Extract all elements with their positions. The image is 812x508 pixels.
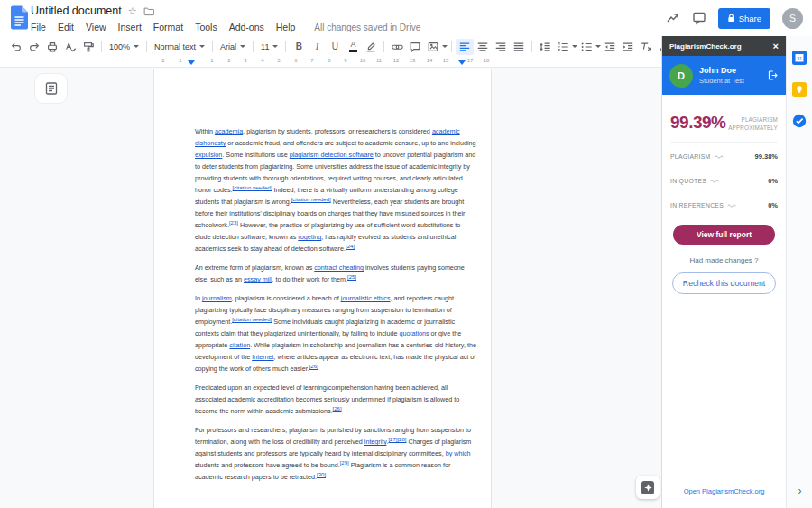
align-center-button[interactable] <box>474 39 492 55</box>
lock-icon <box>727 14 735 23</box>
move-folder-icon[interactable] <box>143 6 154 16</box>
menu-tools[interactable]: Tools <box>195 22 217 32</box>
align-justify-button[interactable] <box>510 39 528 55</box>
document-outline-button[interactable] <box>34 73 68 104</box>
doc-link[interactable]: citation <box>229 341 250 349</box>
doc-link[interactable]: journalistic ethics <box>341 294 391 302</box>
insert-image-button[interactable] <box>424 39 442 55</box>
citation-link[interactable]: [24] <box>346 244 355 249</box>
paragraph[interactable]: Within academia, plagiarism by students,… <box>195 125 476 254</box>
citation-link[interactable]: [23] <box>229 220 238 226</box>
italic-button[interactable]: I <box>308 39 326 55</box>
expand-rail-icon[interactable]: › <box>787 485 812 497</box>
font-size-select[interactable]: 11 <box>257 39 281 55</box>
chevron-down-icon <box>199 45 205 48</box>
document-title[interactable]: Untitled document <box>31 5 122 17</box>
citation-link[interactable]: [29] <box>340 460 349 466</box>
citation-link[interactable]: [30] <box>317 472 326 477</box>
line-spacing-button[interactable] <box>536 39 554 55</box>
document-text[interactable]: Within academia, plagiarism by students,… <box>195 125 476 490</box>
menu-view[interactable]: View <box>86 22 106 32</box>
activity-dashboard-icon[interactable] <box>666 11 680 25</box>
paragraph[interactable]: In journalism, plagiarism is considered … <box>195 292 476 374</box>
toolbar: 100% Normal text Arial 11 B I U A <box>0 36 661 57</box>
tasks-icon[interactable] <box>792 114 807 128</box>
menu-format[interactable]: Format <box>153 22 183 32</box>
share-button[interactable]: Share <box>718 8 770 29</box>
doc-link[interactable]: journalism <box>202 294 232 302</box>
doc-link[interactable]: by which <box>446 449 471 457</box>
bold-button[interactable]: B <box>290 39 308 55</box>
citation-link[interactable]: [26] <box>309 364 318 369</box>
underline-button[interactable]: U <box>326 39 344 55</box>
star-icon[interactable]: ☆ <box>128 6 137 15</box>
numbered-list-button[interactable] <box>554 39 572 55</box>
docs-logo-icon[interactable] <box>10 5 29 30</box>
doc-link[interactable]: quotations <box>399 329 429 337</box>
left-indent-marker[interactable] <box>188 60 195 65</box>
font-select[interactable]: Arial <box>217 39 249 55</box>
paragraph-style-select[interactable]: Normal text <box>151 39 208 55</box>
right-rail: 31 › <box>786 36 812 508</box>
ruler-number: 4 <box>261 58 263 63</box>
chevron-down-icon <box>240 45 245 48</box>
clear-formatting-button[interactable] <box>637 39 655 55</box>
recheck-button[interactable]: Recheck this document <box>672 272 776 294</box>
menu-file[interactable]: File <box>31 22 46 32</box>
increase-indent-button[interactable] <box>619 39 637 55</box>
add-comment-button[interactable] <box>406 39 424 55</box>
close-sidebar-icon[interactable]: × <box>773 42 779 51</box>
menu-add-ons[interactable]: Add-ons <box>229 22 264 32</box>
ruler[interactable]: 211234567891011121314151718 <box>0 57 661 68</box>
align-right-button[interactable] <box>492 39 510 55</box>
view-full-report-button[interactable]: View full report <box>673 225 775 245</box>
account-avatar[interactable]: S <box>782 8 803 29</box>
menu-insert[interactable]: Insert <box>118 22 142 32</box>
redo-button[interactable] <box>25 39 43 55</box>
citation-link[interactable]: [25] <box>347 274 356 280</box>
saved-status[interactable]: All changes saved in Drive <box>314 23 420 32</box>
user-name: John Doe <box>699 66 744 75</box>
citation-link[interactable]: [citation needed] <box>291 197 331 202</box>
citation-link[interactable]: [26] <box>333 406 342 411</box>
doc-link[interactable]: integrity <box>364 438 387 446</box>
paragraph[interactable]: An extreme form of plagiarism, known as … <box>195 262 476 285</box>
doc-link[interactable]: plagiarism detection software <box>290 151 374 159</box>
paragraph[interactable]: Predicated upon an expected level of lea… <box>195 382 476 417</box>
text-color-swatch <box>349 50 357 52</box>
ruler-number: 18 <box>484 58 490 63</box>
keep-icon[interactable] <box>792 82 807 97</box>
paragraph[interactable]: For professors and researchers, plagiari… <box>195 424 476 483</box>
doc-link[interactable]: expulsion <box>195 151 222 159</box>
citation-link[interactable]: [citation needed] <box>233 185 272 190</box>
doc-link[interactable]: Internet <box>252 353 273 361</box>
comment-history-icon[interactable] <box>692 11 706 25</box>
menu-help[interactable]: Help <box>276 22 296 32</box>
explore-button[interactable] <box>636 476 660 499</box>
doc-link[interactable]: essay mill <box>244 275 272 283</box>
bulleted-list-button[interactable] <box>577 39 595 55</box>
calendar-icon[interactable]: 31 <box>792 51 807 65</box>
spellcheck-button[interactable] <box>61 39 79 55</box>
zoom-select[interactable]: 100% <box>106 39 143 55</box>
menu-edit[interactable]: Edit <box>58 22 74 32</box>
open-plagiarismcheck-link[interactable]: Open PlagiarismCheck.org <box>662 487 786 495</box>
doc-link[interactable]: academia <box>215 127 243 135</box>
citation-link[interactable]: [27][28] <box>388 437 406 442</box>
align-left-button[interactable] <box>456 39 474 55</box>
text-color-button[interactable]: A <box>344 39 362 55</box>
right-indent-marker[interactable] <box>458 60 466 65</box>
user-profile-banner: D John Doe Student at Test <box>662 56 786 95</box>
print-button[interactable] <box>43 39 61 55</box>
chevron-down-icon[interactable] <box>442 45 448 48</box>
doc-link[interactable]: rogeting <box>298 233 321 241</box>
logout-icon[interactable] <box>767 69 779 81</box>
document-page[interactable]: Within academia, plagiarism by students,… <box>153 69 492 508</box>
decrease-indent-button[interactable] <box>601 39 619 55</box>
undo-button[interactable] <box>7 39 25 55</box>
citation-link[interactable]: [citation needed] <box>232 317 272 322</box>
doc-link[interactable]: contract cheating <box>314 263 364 272</box>
insert-link-button[interactable] <box>388 39 406 55</box>
highlight-color-button[interactable] <box>362 39 380 55</box>
paint-format-button[interactable] <box>79 39 97 55</box>
